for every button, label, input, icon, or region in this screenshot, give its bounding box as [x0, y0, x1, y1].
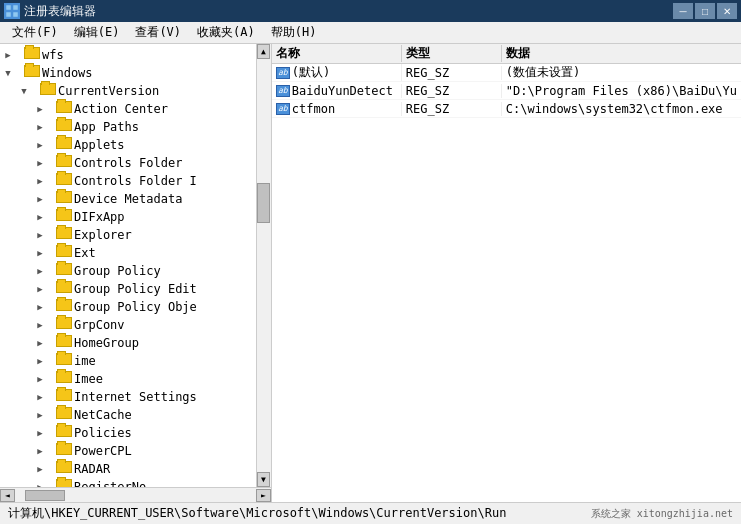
- h-scroll-thumb[interactable]: [25, 490, 65, 501]
- col-header-type: 类型: [402, 45, 502, 62]
- tree-item-grouppolicyobje[interactable]: ▶ Group Policy Obje: [0, 298, 271, 316]
- expand-icon-difxapp: ▶: [32, 208, 48, 226]
- tree-item-ext[interactable]: ▶ Ext: [0, 244, 271, 262]
- tree-item-apppaths[interactable]: ▶ App Paths: [0, 118, 271, 136]
- tree-item-controlsfolder[interactable]: ▶ Controls Folder: [0, 154, 271, 172]
- tree-label-devicemetadata: Device Metadata: [74, 192, 182, 206]
- tree-item-policies[interactable]: ▶ Policies: [0, 424, 271, 442]
- folder-icon-explorer: [56, 227, 72, 243]
- tree-item-imee[interactable]: ▶ Imee: [0, 370, 271, 388]
- menu-bar: 文件(F) 编辑(E) 查看(V) 收藏夹(A) 帮助(H): [0, 22, 741, 44]
- tree-label-ext: Ext: [74, 246, 96, 260]
- tree-label-internetsettings: Internet Settings: [74, 390, 197, 404]
- scroll-right-button[interactable]: ►: [256, 489, 271, 502]
- tree-item-registerno[interactable]: ▶ RegisterNo: [0, 478, 271, 487]
- tree-item-currentversion[interactable]: ▼ CurrentVersion: [0, 82, 271, 100]
- table-row[interactable]: ab (默认) REG_SZ (数值未设置): [272, 64, 741, 82]
- folder-icon-powercpl: [56, 443, 72, 459]
- folder-icon-apppaths: [56, 119, 72, 135]
- tree-item-powercpl[interactable]: ▶ PowerCPL: [0, 442, 271, 460]
- scroll-down-button[interactable]: ▼: [257, 472, 270, 487]
- tree-item-ime[interactable]: ▶ ime: [0, 352, 271, 370]
- tree-item-grpconv[interactable]: ▶ GrpConv: [0, 316, 271, 334]
- folder-icon-applets: [56, 137, 72, 153]
- menu-help[interactable]: 帮助(H): [263, 22, 325, 43]
- expand-icon-actioncenter: ▶: [32, 100, 48, 118]
- tree-label-grouppolicyobje: Group Policy Obje: [74, 300, 197, 314]
- h-scroll-track[interactable]: [15, 489, 256, 502]
- scroll-track[interactable]: [257, 59, 271, 472]
- tree-item-radar[interactable]: ▶ RADAR: [0, 460, 271, 478]
- minimize-button[interactable]: ─: [673, 3, 693, 19]
- tree-horizontal-scrollbar[interactable]: ◄ ►: [0, 487, 271, 502]
- tree-item-wfs[interactable]: ▶ wfs: [0, 46, 271, 64]
- status-path: 计算机\HKEY_CURRENT_USER\Software\Microsoft…: [8, 505, 506, 522]
- scroll-thumb[interactable]: [257, 183, 270, 223]
- expand-icon-applets: ▶: [32, 136, 48, 154]
- expand-icon-powercpl: ▶: [32, 442, 48, 460]
- tree-label-policies: Policies: [74, 426, 132, 440]
- tree-scroll-area[interactable]: ▶ wfs ▼ Windows: [0, 44, 271, 487]
- expand-icon-imee: ▶: [32, 370, 48, 388]
- menu-file[interactable]: 文件(F): [4, 22, 66, 43]
- app-icon: [4, 3, 20, 19]
- expand-icon-grpconv: ▶: [32, 316, 48, 334]
- folder-icon-actioncenter: [56, 101, 72, 117]
- menu-view[interactable]: 查看(V): [127, 22, 189, 43]
- tree-item-applets[interactable]: ▶ Applets: [0, 136, 271, 154]
- row-type-baidu: REG_SZ: [402, 84, 502, 98]
- row-name-ctfmon: ab ctfmon: [272, 102, 402, 116]
- folder-icon-imee: [56, 371, 72, 387]
- svg-rect-1: [13, 5, 18, 10]
- scroll-left-button[interactable]: ◄: [0, 489, 15, 502]
- tree-label-grpconv: GrpConv: [74, 318, 125, 332]
- tree-vertical-scrollbar[interactable]: ▲ ▼: [256, 44, 271, 487]
- tree-label-controlsfolderl: Controls Folder I: [74, 174, 197, 188]
- tree-item-netcache[interactable]: ▶ NetCache: [0, 406, 271, 424]
- scroll-up-button[interactable]: ▲: [257, 44, 270, 59]
- tree-item-grouppolicy[interactable]: ▶ Group Policy: [0, 262, 271, 280]
- expand-icon-radar: ▶: [32, 460, 48, 478]
- tree-item-grouppolicyedit[interactable]: ▶ Group Policy Edit: [0, 280, 271, 298]
- folder-icon-controlsfolder: [56, 155, 72, 171]
- expand-icon-homegroup: ▶: [32, 334, 48, 352]
- row-data-default: (数值未设置): [502, 64, 741, 81]
- expand-icon-netcache: ▶: [32, 406, 48, 424]
- window-controls: ─ □ ✕: [673, 3, 737, 19]
- watermark: 系统之家 xitongzhijia.net: [591, 507, 733, 521]
- tree-label-radar: RADAR: [74, 462, 110, 476]
- tree-label-controlsfolder: Controls Folder: [74, 156, 182, 170]
- tree-item-explorer[interactable]: ▶ Explorer: [0, 226, 271, 244]
- tree-item-controlsfolderl[interactable]: ▶ Controls Folder I: [0, 172, 271, 190]
- expand-icon-apppaths: ▶: [32, 118, 48, 136]
- table-row[interactable]: ab ctfmon REG_SZ C:\windows\system32\ctf…: [272, 100, 741, 118]
- tree-label-powercpl: PowerCPL: [74, 444, 132, 458]
- folder-icon-grouppolicyedit: [56, 281, 72, 297]
- tree-item-homegroup[interactable]: ▶ HomeGroup: [0, 334, 271, 352]
- expand-icon-controlsfolder: ▶: [32, 154, 48, 172]
- expand-icon-internetsettings: ▶: [32, 388, 48, 406]
- folder-icon-wfs: [24, 47, 40, 63]
- tree-item-devicemetadata[interactable]: ▶ Device Metadata: [0, 190, 271, 208]
- folder-icon-windows: [24, 65, 40, 81]
- tree-label-wfs: wfs: [42, 48, 64, 62]
- table-row[interactable]: ab BaiduYunDetect REG_SZ "D:\Program Fil…: [272, 82, 741, 100]
- expand-icon-policies: ▶: [32, 424, 48, 442]
- maximize-button[interactable]: □: [695, 3, 715, 19]
- menu-edit[interactable]: 编辑(E): [66, 22, 128, 43]
- main-content: ▶ wfs ▼ Windows: [0, 44, 741, 502]
- row-data-ctfmon: C:\windows\system32\ctfmon.exe: [502, 102, 741, 116]
- folder-icon-controlsfolderl: [56, 173, 72, 189]
- expand-icon-ext: ▶: [32, 244, 48, 262]
- tree-item-internetsettings[interactable]: ▶ Internet Settings: [0, 388, 271, 406]
- close-button[interactable]: ✕: [717, 3, 737, 19]
- tree-item-difxapp[interactable]: ▶ DIFxApp: [0, 208, 271, 226]
- svg-rect-0: [6, 5, 11, 10]
- expand-icon-registerno: ▶: [32, 478, 48, 487]
- reg-value-icon: ab: [276, 103, 290, 115]
- tree-item-actioncenter[interactable]: ▶ Action Center: [0, 100, 271, 118]
- tree-item-windows[interactable]: ▼ Windows: [0, 64, 271, 82]
- menu-favorites[interactable]: 收藏夹(A): [189, 22, 263, 43]
- col-header-name: 名称: [272, 45, 402, 62]
- tree-label-actioncenter: Action Center: [74, 102, 168, 116]
